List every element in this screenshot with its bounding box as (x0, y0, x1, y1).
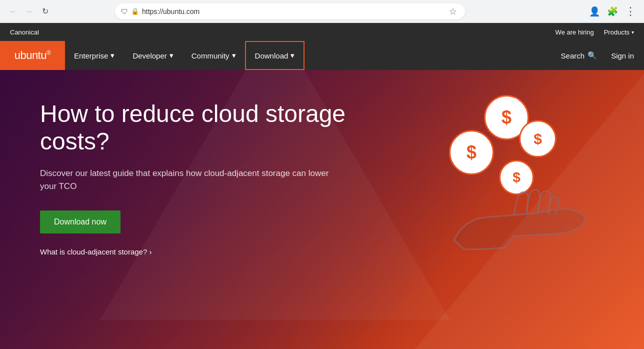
download-now-button[interactable]: Download now (40, 210, 120, 234)
nav-community[interactable]: Community ▾ (182, 41, 245, 70)
browser-actions: 👤 🧩 ⋮ (587, 3, 638, 20)
search-button[interactable]: Search 🔍 (557, 47, 602, 64)
hand-svg (434, 170, 594, 250)
back-button[interactable]: ← (6, 4, 20, 18)
nav-developer[interactable]: Developer ▾ (124, 41, 182, 70)
browser-menu-button[interactable]: ⋮ (623, 3, 638, 20)
coin-3: $ (519, 120, 556, 158)
products-link[interactable]: Products ▾ (604, 28, 634, 36)
products-chevron-icon: ▾ (632, 30, 634, 35)
sign-in-link[interactable]: Sign in (611, 52, 634, 60)
nav-enterprise[interactable]: Enterprise ▾ (65, 41, 124, 70)
learn-more-link[interactable]: What is cloud-adjacent storage? › (40, 248, 360, 256)
forward-button[interactable]: → (22, 4, 36, 18)
hero-section: How to reduce cloud storage costs? Disco… (0, 70, 644, 349)
search-icon: 🔍 (588, 51, 597, 60)
registered-icon: ® (46, 50, 50, 56)
we-are-hiring-link[interactable]: We are hiring (556, 28, 594, 36)
user-profile-button[interactable]: 👤 (587, 4, 602, 19)
enterprise-chevron-icon: ▾ (110, 51, 114, 60)
main-nav: ubuntu® Enterprise ▾ Developer ▾ Communi… (0, 41, 644, 70)
nav-download[interactable]: Download ▾ (245, 41, 305, 70)
browser-chrome: ← → ↻ 🛡 🔒 https://ubuntu.com ☆ 👤 🧩 ⋮ (0, 0, 644, 23)
bookmark-button[interactable]: ☆ (447, 4, 459, 19)
lock-icon: 🔒 (131, 8, 139, 15)
top-bar: Canonical We are hiring Products ▾ (0, 23, 644, 41)
hero-title: How to reduce cloud storage costs? (40, 100, 360, 155)
shield-icon: 🛡 (121, 8, 128, 16)
ubuntu-logo[interactable]: ubuntu® (0, 41, 65, 70)
canonical-logo: Canonical (10, 28, 39, 36)
address-bar[interactable]: 🛡 🔒 https://ubuntu.com ☆ (115, 4, 465, 20)
ubuntu-logo-text: ubuntu® (14, 49, 51, 62)
hero-subtitle: Discover our latest guide that explains … (40, 167, 340, 192)
developer-chevron-icon: ▾ (170, 51, 174, 60)
coin-2: $ (449, 130, 494, 175)
browser-nav-buttons: ← → ↻ (6, 4, 52, 18)
reload-button[interactable]: ↻ (38, 4, 52, 18)
hero-content: How to reduce cloud storage costs? Disco… (0, 70, 400, 286)
nav-right: Search 🔍 Sign in (557, 47, 644, 64)
top-bar-right: We are hiring Products ▾ (556, 28, 634, 36)
nav-items: Enterprise ▾ Developer ▾ Community ▾ Dow… (65, 41, 304, 70)
community-chevron-icon: ▾ (232, 51, 236, 60)
hero-illustration: $ $ $ $ (444, 90, 614, 250)
extensions-button[interactable]: 🧩 (605, 4, 620, 19)
download-chevron-icon: ▾ (290, 51, 294, 60)
url-text: https://ubuntu.com (142, 8, 200, 16)
